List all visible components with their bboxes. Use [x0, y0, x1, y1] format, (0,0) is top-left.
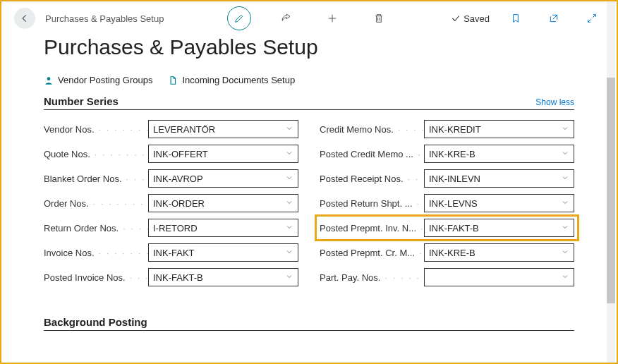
- chevron-down-icon: [561, 272, 569, 283]
- person-icon: [44, 75, 54, 85]
- arrow-left-icon: [20, 13, 30, 23]
- chevron-down-icon: [561, 223, 569, 233]
- field-value: LEVERANTÖR: [153, 124, 215, 135]
- field-value: INK-KRE-B: [429, 149, 475, 159]
- document-icon: [168, 75, 178, 85]
- field-blanket-order-nos: Blanket Order Nos. INK-AVROP: [44, 169, 298, 188]
- field-quote-nos: Quote Nos. INK-OFFERT: [44, 145, 298, 163]
- scrollbar-thumb[interactable]: [607, 78, 615, 303]
- field-value: INK-FAKT: [153, 248, 195, 258]
- field-label: Posted Prepmt. Cr. M...: [320, 248, 424, 258]
- field-value: INK-KREDIT: [429, 124, 481, 135]
- chevron-down-icon: [561, 124, 569, 135]
- top-right-actions: Saved: [451, 6, 604, 30]
- popout-button[interactable]: [542, 6, 566, 30]
- action-links: Vendor Posting Groups Incoming Documents…: [1, 71, 617, 91]
- field-value: INK-INLEVN: [429, 174, 480, 184]
- field-label: Quote Nos.: [44, 149, 148, 159]
- bookmark-button[interactable]: [504, 6, 528, 30]
- field-label: Posted Invoice Nos.: [44, 272, 148, 283]
- expand-icon: [586, 13, 598, 24]
- saved-status: Saved: [451, 13, 490, 24]
- incoming-documents-setup-link[interactable]: Incoming Documents Setup: [168, 75, 295, 85]
- number-series-section: Number Series Show less Vendor Nos. LEVE…: [1, 95, 617, 286]
- field-label: Posted Prepmt. Inv. N...: [320, 223, 424, 233]
- field-dropdown[interactable]: I-RETORD: [148, 219, 298, 237]
- section-header: Number Series Show less: [44, 95, 574, 110]
- field-dropdown[interactable]: INK-KRE-B: [424, 243, 574, 262]
- field-label: Return Order Nos.: [44, 223, 148, 233]
- top-center-actions: [227, 6, 391, 30]
- field-value: INK-LEVNS: [429, 198, 478, 209]
- field-vendor-nos: Vendor Nos. LEVERANTÖR: [44, 120, 298, 138]
- field-dropdown[interactable]: INK-KRE-B: [424, 145, 574, 163]
- highlighted-field-wrapper: Posted Prepmt. Inv. N... INK-FAKT-B: [315, 214, 579, 241]
- field-return-order-nos: Return Order Nos. I-RETORD: [44, 219, 298, 237]
- breadcrumb: Purchases & Payables Setup: [45, 13, 164, 24]
- popout-icon: [548, 13, 559, 24]
- field-dropdown[interactable]: INK-ORDER: [148, 194, 298, 212]
- chevron-down-icon: [285, 248, 293, 258]
- pencil-icon: [234, 13, 245, 24]
- field-label: Credit Memo Nos.: [320, 124, 424, 135]
- chevron-down-icon: [285, 272, 293, 283]
- chevron-down-icon: [285, 223, 293, 233]
- field-dropdown[interactable]: INK-FAKT-B: [148, 268, 298, 286]
- edit-button[interactable]: [227, 6, 251, 30]
- field-label: Invoice Nos.: [44, 248, 148, 258]
- page-title: Purchases & Payables Setup: [1, 35, 617, 71]
- field-credit-memo-nos: Credit Memo Nos. INK-KREDIT: [320, 120, 574, 138]
- bookmark-icon: [510, 13, 521, 24]
- share-button[interactable]: [274, 6, 298, 30]
- field-value: INK-FAKT-B: [429, 223, 479, 233]
- background-posting-section: Background Posting: [1, 316, 617, 331]
- field-label: Vendor Nos.: [44, 124, 148, 135]
- field-dropdown[interactable]: [424, 268, 574, 286]
- field-posted-prepmt-cr: Posted Prepmt. Cr. M... INK-KRE-B: [320, 243, 574, 262]
- field-value: INK-OFFERT: [153, 149, 208, 159]
- field-dropdown[interactable]: LEVERANTÖR: [148, 120, 298, 138]
- chevron-down-icon: [561, 248, 569, 258]
- link-label: Incoming Documents Setup: [182, 75, 295, 85]
- field-value: INK-FAKT-B: [153, 272, 203, 283]
- expand-button[interactable]: [580, 6, 604, 30]
- field-posted-receipt-nos: Posted Receipt Nos. INK-INLEVN: [320, 169, 574, 188]
- new-button[interactable]: [320, 6, 344, 30]
- chevron-down-icon: [285, 124, 293, 135]
- field-value: INK-AVROP: [153, 174, 203, 184]
- field-label: Blanket Order Nos.: [44, 174, 148, 184]
- top-bar: Purchases & Payables Setup Save: [1, 1, 617, 35]
- plus-icon: [327, 13, 338, 24]
- chevron-down-icon: [285, 198, 293, 209]
- field-dropdown[interactable]: INK-OFFERT: [148, 145, 298, 163]
- field-posted-return-shpt: Posted Return Shpt. ... INK-LEVNS: [320, 194, 574, 212]
- field-order-nos: Order Nos. INK-ORDER: [44, 194, 298, 212]
- field-dropdown[interactable]: INK-KREDIT: [424, 120, 574, 138]
- section-title: Background Posting: [44, 316, 147, 328]
- delete-button[interactable]: [367, 6, 391, 30]
- fields-grid: Vendor Nos. LEVERANTÖR Credit Memo Nos. …: [44, 120, 574, 286]
- field-part-pay-nos: Part. Pay. Nos.: [320, 268, 574, 286]
- vendor-posting-groups-link[interactable]: Vendor Posting Groups: [44, 75, 152, 85]
- field-dropdown[interactable]: INK-INLEVN: [424, 169, 574, 188]
- field-dropdown[interactable]: INK-LEVNS: [424, 194, 574, 212]
- field-posted-prepmt-inv: Posted Prepmt. Inv. N... INK-FAKT-B: [320, 219, 574, 237]
- check-icon: [451, 13, 461, 23]
- field-value: I-RETORD: [153, 223, 198, 233]
- back-button[interactable]: [14, 8, 35, 29]
- field-dropdown[interactable]: INK-AVROP: [148, 169, 298, 188]
- field-label: Part. Pay. Nos.: [320, 272, 424, 283]
- show-less-link[interactable]: Show less: [535, 97, 574, 107]
- field-dropdown[interactable]: INK-FAKT-B: [424, 219, 574, 237]
- field-posted-credit-memo: Posted Credit Memo ... INK-KRE-B: [320, 145, 574, 163]
- trash-icon: [373, 13, 384, 24]
- field-label: Posted Credit Memo ...: [320, 149, 424, 159]
- field-dropdown[interactable]: INK-FAKT: [148, 243, 298, 262]
- scrollbar-track[interactable]: [607, 1, 615, 363]
- chevron-down-icon: [285, 149, 293, 159]
- field-label: Order Nos.: [44, 198, 148, 209]
- chevron-down-icon: [561, 174, 569, 184]
- field-label: Posted Return Shpt. ...: [320, 198, 424, 209]
- field-value: INK-ORDER: [153, 198, 205, 209]
- chevron-down-icon: [561, 198, 569, 209]
